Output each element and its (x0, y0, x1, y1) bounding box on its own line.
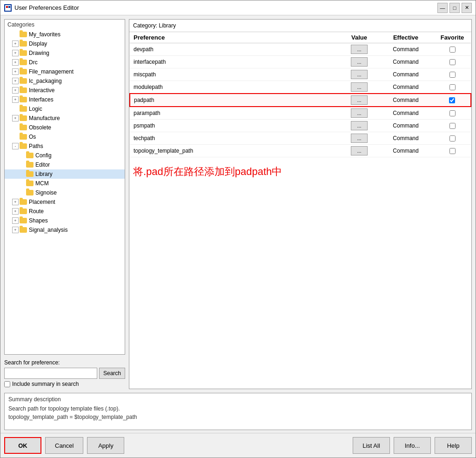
value-ellipsis-button[interactable]: ... (351, 146, 368, 155)
tree-item-file-management[interactable]: + File_management (5, 67, 125, 76)
pref-value[interactable]: ... (341, 43, 378, 56)
table-row[interactable]: parampath...Command (130, 107, 471, 120)
table-row[interactable]: interfacepath...Command (130, 56, 471, 68)
tree-container[interactable]: My_favorites + Display + Drawing (5, 29, 125, 354)
tree-item-paths[interactable]: - Paths (5, 141, 125, 151)
cancel-button[interactable]: Cancel (45, 437, 83, 454)
favorite-checkbox[interactable] (449, 72, 456, 78)
favorite-checkbox[interactable] (449, 135, 456, 141)
favorite-checkbox[interactable] (449, 59, 456, 65)
tree-item-signoise[interactable]: Signoise (5, 188, 125, 197)
pref-value[interactable]: ... (341, 56, 378, 68)
expander-ic-packaging[interactable]: + (12, 78, 19, 84)
pref-value[interactable]: ... (341, 120, 378, 132)
close-button[interactable]: ✕ (462, 3, 472, 13)
expander-file-management[interactable]: + (12, 68, 19, 75)
info-button[interactable]: Info... (394, 437, 431, 454)
table-row[interactable]: topology_template_path...Command (130, 145, 471, 157)
expander-interfaces[interactable]: + (12, 96, 19, 103)
expander-manufacture[interactable]: + (12, 115, 19, 121)
expander-interactive[interactable]: + (12, 87, 19, 94)
table-row[interactable]: padpath...Command (130, 94, 471, 107)
pref-favorite[interactable] (434, 107, 471, 120)
tree-item-interactive[interactable]: + Interactive (5, 86, 125, 95)
pref-favorite[interactable] (434, 132, 471, 145)
expander-display[interactable]: + (12, 40, 19, 47)
pref-value[interactable]: ... (341, 145, 378, 157)
tree-item-route[interactable]: + Route (5, 207, 125, 216)
tree-item-editor[interactable]: Editor (5, 160, 125, 169)
list-all-button[interactable]: List All (353, 437, 390, 454)
tree-item-os[interactable]: Os (5, 132, 125, 141)
tree-item-mcm[interactable]: MCM (5, 179, 125, 188)
pref-value[interactable]: ... (341, 94, 378, 107)
expander-paths[interactable]: - (12, 143, 19, 149)
pref-table-container[interactable]: Preference Value Effective Favorite devp… (129, 32, 471, 389)
pref-favorite[interactable] (434, 81, 471, 94)
tree-item-obsolete[interactable]: Obsolete (5, 123, 125, 132)
table-row[interactable]: psmpath...Command (130, 120, 471, 132)
tree-item-drc[interactable]: + Drc (5, 58, 125, 67)
pref-favorite[interactable] (434, 145, 471, 157)
pref-favorite[interactable] (434, 120, 471, 132)
tree-label-signoise: Signoise (35, 189, 57, 196)
favorite-checkbox[interactable] (449, 148, 456, 154)
tree-item-interfaces[interactable]: + Interfaces (5, 95, 125, 104)
expander-route[interactable]: + (12, 208, 19, 215)
include-summary-checkbox[interactable] (4, 381, 10, 387)
tree-item-drawing[interactable]: + Drawing (5, 48, 125, 58)
favorite-checkbox[interactable] (449, 110, 456, 116)
value-ellipsis-button[interactable]: ... (351, 57, 368, 67)
include-summary-row: Include summary in search (4, 381, 125, 387)
search-input[interactable] (4, 368, 97, 379)
maximize-button[interactable]: □ (449, 3, 460, 13)
tree-item-my-favorites[interactable]: My_favorites (5, 30, 125, 39)
value-ellipsis-button[interactable]: ... (351, 134, 368, 143)
expander-drawing[interactable]: + (12, 50, 19, 56)
tree-label-display: Display (29, 40, 47, 47)
pref-favorite[interactable] (434, 94, 471, 107)
tree-item-ic-packaging[interactable]: + Ic_packaging (5, 76, 125, 86)
apply-button[interactable]: Apply (87, 437, 124, 454)
value-ellipsis-button[interactable]: ... (351, 121, 368, 130)
table-row[interactable]: miscpath...Command (130, 68, 471, 81)
pref-favorite[interactable] (434, 68, 471, 81)
tree-item-config[interactable]: Config (5, 151, 125, 160)
tree-item-manufacture[interactable]: + Manufacture (5, 114, 125, 123)
pref-value[interactable]: ... (341, 81, 378, 94)
ok-button[interactable]: OK (4, 437, 41, 454)
tree-item-logic[interactable]: Logic (5, 104, 125, 114)
expander-drc[interactable]: + (12, 59, 19, 66)
table-row[interactable]: techpath...Command (130, 132, 471, 145)
tree-item-signal-analysis[interactable]: + Signal_analysis (5, 225, 125, 235)
value-ellipsis-button[interactable]: ... (351, 108, 368, 118)
value-ellipsis-button[interactable]: ... (351, 82, 368, 92)
help-button[interactable]: Help (435, 437, 472, 454)
tree-item-library[interactable]: Library (5, 169, 125, 179)
favorite-checkbox[interactable] (449, 47, 456, 53)
pref-value[interactable]: ... (341, 132, 378, 145)
minimize-button[interactable]: — (437, 3, 448, 13)
tree-item-display[interactable]: + Display (5, 39, 125, 48)
pref-favorite[interactable] (434, 43, 471, 56)
expander-obsolete (12, 124, 19, 131)
tree-item-placement[interactable]: + Placement (5, 197, 125, 207)
value-ellipsis-button[interactable]: ... (351, 70, 368, 79)
favorite-checkbox[interactable] (449, 123, 456, 129)
pref-favorite[interactable] (434, 56, 471, 68)
expander-editor (19, 162, 25, 168)
search-button[interactable]: Search (99, 368, 125, 379)
table-row[interactable]: modulepath...Command (130, 81, 471, 94)
expander-placement[interactable]: + (12, 199, 19, 205)
value-ellipsis-button[interactable]: ... (351, 95, 368, 105)
expander-signal-analysis[interactable]: + (12, 227, 19, 233)
pref-value[interactable]: ... (341, 107, 378, 120)
pref-value[interactable]: ... (341, 68, 378, 81)
favorite-checkbox[interactable] (449, 97, 455, 103)
value-ellipsis-button[interactable]: ... (351, 45, 368, 54)
tree-item-shapes[interactable]: + Shapes (5, 216, 125, 225)
table-row[interactable]: devpath...Command (130, 43, 471, 56)
expander-shapes[interactable]: + (12, 217, 19, 224)
favorite-checkbox[interactable] (449, 84, 456, 90)
expander-os (12, 134, 19, 140)
